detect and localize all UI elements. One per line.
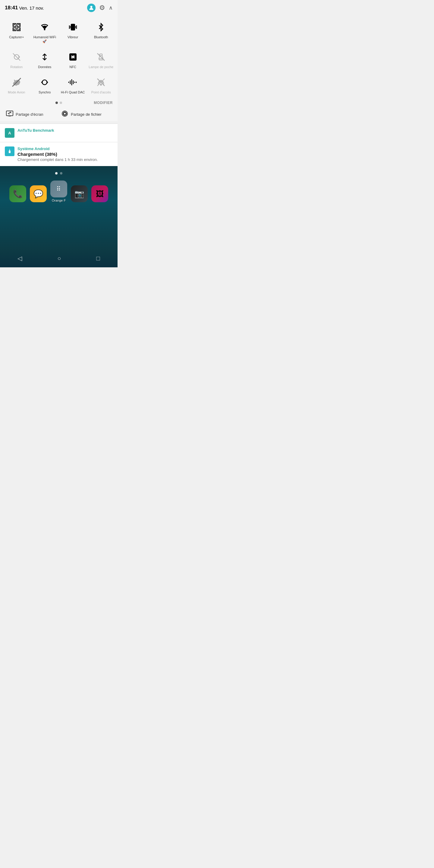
navigation-bar: ◁ ○ □: [0, 250, 118, 267]
dock-phone[interactable]: 📞: [9, 185, 26, 202]
antutu-app-name: AnTuTu Benchmark: [18, 128, 54, 133]
status-date: Ven. 17 nov.: [19, 5, 44, 10]
qs-item-nfc[interactable]: NFC: [59, 47, 87, 73]
svg-rect-2: [17, 24, 20, 27]
hotspot-icon: [96, 77, 106, 88]
gallery-icon: 🖼: [91, 185, 108, 202]
collapse-icon[interactable]: ∧: [109, 4, 113, 11]
apps-label: Orange F: [52, 198, 66, 202]
dock-gallery[interactable]: 🖼: [91, 185, 108, 202]
modifier-button[interactable]: MODIFIER: [94, 101, 113, 105]
svg-line-24: [97, 53, 104, 61]
notif-antutu[interactable]: A AnTuTu Benchmark: [0, 124, 118, 142]
wifi-icon: [40, 22, 50, 33]
android-app-name: Système Android: [18, 147, 98, 151]
svg-rect-4: [17, 28, 20, 31]
status-time: 18:41: [5, 5, 18, 11]
home-button[interactable]: ○: [57, 255, 61, 262]
svg-rect-14: [71, 24, 75, 30]
qs-label-synchro: Synchro: [38, 90, 51, 94]
torch-icon: [96, 52, 106, 62]
svg-point-0: [90, 6, 93, 8]
pagination-dot-1: [56, 101, 58, 104]
recents-button[interactable]: □: [96, 255, 100, 262]
screen-share-button[interactable]: Partage d'écran: [4, 107, 59, 121]
qs-label-capturer: Capturer+: [9, 35, 24, 39]
qs-label-lampe: Lampe de poche: [89, 65, 113, 69]
android-notif-title: Chargement (38%): [18, 152, 98, 157]
qs-label-nfc: NFC: [69, 65, 76, 69]
svg-point-40: [64, 113, 66, 115]
hifi-icon: [67, 77, 79, 88]
status-bar: 18:41 Ven. 17 nov. ⚙ ∧: [0, 0, 118, 14]
sync-icon: [40, 77, 50, 88]
vibrate-icon: [68, 22, 78, 33]
pagination-row: MODIFIER: [0, 98, 118, 107]
file-share-icon: [61, 111, 68, 118]
qs-label-wifi: Humanoid WiFi 🚀: [32, 35, 58, 44]
pagination-dot-2: [60, 101, 62, 104]
antutu-content: AnTuTu Benchmark: [18, 128, 54, 133]
rotation-icon: [12, 52, 22, 62]
user-avatar-icon[interactable]: [87, 4, 96, 12]
qs-item-synchro[interactable]: Synchro: [31, 73, 59, 98]
qs-item-wifi[interactable]: Humanoid WiFi 🚀: [31, 18, 59, 47]
dock-camera[interactable]: 📷: [71, 185, 88, 202]
android-notif-body: Chargement complet dans 1 h 33 min envir…: [18, 157, 98, 162]
qs-label-hifi: Hi-Fi Quad DAC: [61, 90, 85, 94]
home-pagination: [0, 172, 118, 175]
svg-point-34: [100, 84, 101, 85]
nfc-icon: [68, 52, 78, 62]
qs-label-donnees: Données: [38, 65, 51, 69]
capture-icon: [12, 22, 22, 33]
airplane-icon: [12, 77, 22, 88]
screen-share-icon: [6, 111, 13, 118]
settings-icon[interactable]: ⚙: [99, 4, 105, 12]
dock: 📞 💬 ⠿ Orange F 📷 🖼: [0, 181, 118, 208]
camera-icon: 📷: [71, 185, 88, 202]
home-dot-2: [60, 172, 62, 175]
svg-point-13: [44, 29, 45, 30]
svg-rect-1: [13, 24, 16, 27]
svg-rect-3: [13, 28, 16, 31]
share-row: Partage d'écran Partage de fichier: [0, 107, 118, 121]
apps-icon: ⠿: [50, 181, 67, 197]
qs-label-hotspot: Point d'accès: [91, 90, 111, 94]
homescreen: 📞 💬 ⠿ Orange F 📷 🖼: [0, 166, 118, 250]
qs-item-hotspot[interactable]: Point d'accès: [87, 73, 116, 98]
qs-item-capturer[interactable]: Capturer+: [2, 18, 31, 47]
svg-text:A: A: [8, 131, 11, 135]
notif-android[interactable]: Système Android Chargement (38%) Chargem…: [0, 142, 118, 166]
qs-label-bluetooth: Bluetooth: [94, 35, 108, 39]
quick-settings-panel: Capturer+ Humanoid WiFi 🚀: [0, 14, 118, 121]
android-content: Système Android Chargement (38%) Chargem…: [18, 147, 98, 162]
qs-item-lampe[interactable]: Lampe de poche: [87, 47, 116, 73]
qs-item-avion[interactable]: Mode Avion: [2, 73, 31, 98]
qs-item-bluetooth[interactable]: Bluetooth: [87, 18, 116, 47]
qs-label-vibreur: Vibreur: [67, 35, 78, 39]
dock-messages[interactable]: 💬: [30, 185, 47, 202]
qs-item-vibreur[interactable]: Vibreur: [59, 18, 87, 47]
qs-label-avion: Mode Avion: [8, 90, 25, 94]
bluetooth-icon: [96, 22, 106, 33]
qs-label-rotation: Rotation: [10, 65, 23, 69]
android-icon: [5, 147, 14, 156]
qs-item-donnees[interactable]: Données: [31, 47, 59, 73]
messages-icon: 💬: [30, 185, 47, 202]
qs-grid: Capturer+ Humanoid WiFi 🚀: [0, 18, 118, 98]
dock-apps[interactable]: ⠿ Orange F: [50, 181, 67, 202]
qs-item-hifi[interactable]: Hi-Fi Quad DAC: [59, 73, 87, 98]
file-share-label: Partage de fichier: [71, 112, 101, 117]
qs-item-rotation[interactable]: Rotation: [2, 47, 31, 73]
screen-share-label: Partage d'écran: [16, 112, 43, 117]
back-button[interactable]: ◁: [18, 255, 22, 262]
phone-icon: 📞: [9, 185, 26, 202]
svg-rect-44: [9, 151, 10, 153]
data-icon: [40, 52, 50, 62]
svg-rect-37: [6, 111, 13, 116]
svg-rect-23: [99, 59, 103, 60]
status-icons: ⚙ ∧: [87, 4, 113, 12]
file-share-button[interactable]: Partage de fichier: [59, 107, 114, 121]
antutu-icon: A: [5, 128, 14, 138]
home-dot-1: [55, 172, 58, 175]
